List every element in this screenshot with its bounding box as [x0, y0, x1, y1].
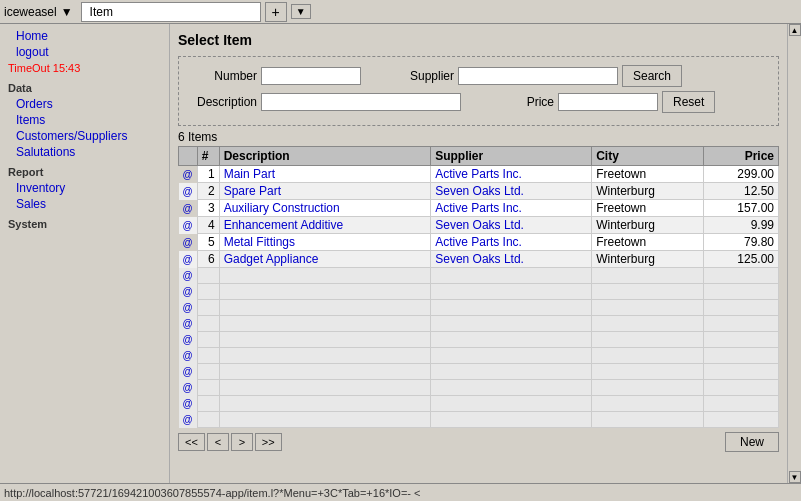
row-description[interactable]: Auxiliary Construction	[219, 200, 431, 217]
window-close-button[interactable]: ▼	[291, 4, 311, 19]
first-page-button[interactable]: <<	[178, 433, 205, 451]
row-description[interactable]: Spare Part	[219, 183, 431, 200]
row-supplier[interactable]: Active Parts Inc.	[431, 166, 592, 183]
col-city: City	[592, 147, 704, 166]
description-input[interactable]	[261, 93, 461, 111]
table-row: @ 5 Metal Fittings Active Parts Inc. Fre…	[179, 234, 779, 251]
titlebar: iceweasel ▼ Item + ▼	[0, 0, 801, 24]
table-row-empty: @	[179, 364, 779, 380]
empty-city	[592, 380, 704, 396]
row-price: 79.80	[703, 234, 778, 251]
prev-page-button[interactable]: <	[207, 433, 229, 451]
item-tab[interactable]: Item	[81, 2, 261, 22]
sidebar-item-items[interactable]: Items	[0, 112, 169, 128]
description-label: Description	[187, 95, 257, 109]
row-description[interactable]: Gadget Appliance	[219, 251, 431, 268]
items-table: # Description Supplier City Price @ 1 Ma…	[178, 146, 779, 428]
empty-supplier	[431, 396, 592, 412]
price-input[interactable]	[558, 93, 658, 111]
row-at[interactable]: @	[179, 166, 198, 183]
row-at[interactable]: @	[179, 183, 198, 200]
table-row: @ 4 Enhancement Additive Seven Oaks Ltd.…	[179, 217, 779, 234]
new-button[interactable]: New	[725, 432, 779, 452]
row-description[interactable]: Main Part	[219, 166, 431, 183]
empty-num	[197, 300, 219, 316]
sidebar-item-logout[interactable]: logout	[0, 44, 169, 60]
scroll-down-button[interactable]: ▼	[789, 471, 801, 483]
row-supplier[interactable]: Seven Oaks Ltd.	[431, 217, 592, 234]
empty-at: @	[179, 316, 198, 332]
col-num: #	[197, 147, 219, 166]
row-description[interactable]: Enhancement Additive	[219, 217, 431, 234]
empty-at: @	[179, 412, 198, 428]
sidebar-item-customers-suppliers[interactable]: Customers/Suppliers	[0, 128, 169, 144]
empty-city	[592, 348, 704, 364]
empty-price	[703, 348, 778, 364]
app-name-label: iceweasel	[4, 5, 57, 19]
row-city: Winterburg	[592, 251, 704, 268]
empty-desc	[219, 332, 431, 348]
number-label: Number	[187, 69, 257, 83]
row-num: 3	[197, 200, 219, 217]
empty-desc	[219, 412, 431, 428]
pagination: << < > >> New	[178, 432, 779, 452]
empty-num	[197, 348, 219, 364]
row-description[interactable]: Metal Fittings	[219, 234, 431, 251]
empty-num	[197, 364, 219, 380]
reset-button[interactable]: Reset	[662, 91, 715, 113]
row-at[interactable]: @	[179, 251, 198, 268]
supplier-input[interactable]	[458, 67, 618, 85]
sidebar-item-salutations[interactable]: Salutations	[0, 144, 169, 160]
table-row-empty: @	[179, 332, 779, 348]
row-num: 4	[197, 217, 219, 234]
scroll-up-button[interactable]: ▲	[789, 24, 801, 36]
row-supplier[interactable]: Active Parts Inc.	[431, 234, 592, 251]
empty-desc	[219, 284, 431, 300]
empty-price	[703, 380, 778, 396]
empty-supplier	[431, 412, 592, 428]
sidebar-item-inventory[interactable]: Inventory	[0, 180, 169, 196]
empty-supplier	[431, 284, 592, 300]
search-button[interactable]: Search	[622, 65, 682, 87]
next-page-button[interactable]: >	[231, 433, 253, 451]
row-city: Freetown	[592, 166, 704, 183]
empty-at: @	[179, 396, 198, 412]
table-row-empty: @	[179, 348, 779, 364]
app-dropdown-icon[interactable]: ▼	[61, 5, 73, 19]
sidebar-item-sales[interactable]: Sales	[0, 196, 169, 212]
table-row-empty: @	[179, 412, 779, 428]
sidebar-item-home[interactable]: Home	[0, 28, 169, 44]
empty-num	[197, 332, 219, 348]
row-supplier[interactable]: Seven Oaks Ltd.	[431, 251, 592, 268]
sidebar-section-report: Report	[0, 164, 169, 180]
empty-at: @	[179, 332, 198, 348]
sidebar-section-data: Data	[0, 80, 169, 96]
app-name: iceweasel ▼	[4, 5, 73, 19]
row-num: 2	[197, 183, 219, 200]
col-at	[179, 147, 198, 166]
price-label: Price	[499, 95, 554, 109]
empty-price	[703, 396, 778, 412]
empty-supplier	[431, 348, 592, 364]
number-input[interactable]	[261, 67, 361, 85]
col-price: Price	[703, 147, 778, 166]
empty-desc	[219, 364, 431, 380]
row-at[interactable]: @	[179, 217, 198, 234]
row-at[interactable]: @	[179, 234, 198, 251]
row-at[interactable]: @	[179, 200, 198, 217]
row-supplier[interactable]: Seven Oaks Ltd.	[431, 183, 592, 200]
scrollbar[interactable]: ▲ ▼	[787, 24, 801, 483]
last-page-button[interactable]: >>	[255, 433, 282, 451]
add-tab-button[interactable]: +	[265, 2, 287, 22]
row-num: 5	[197, 234, 219, 251]
empty-price	[703, 332, 778, 348]
empty-desc	[219, 380, 431, 396]
empty-at: @	[179, 380, 198, 396]
table-row-empty: @	[179, 396, 779, 412]
empty-desc	[219, 348, 431, 364]
sidebar-item-orders[interactable]: Orders	[0, 96, 169, 112]
row-supplier[interactable]: Active Parts Inc.	[431, 200, 592, 217]
empty-supplier	[431, 364, 592, 380]
content-area: Select Item Number Supplier Search Descr…	[170, 24, 787, 483]
sidebar: Home logout TimeOut 15:43 Data Orders It…	[0, 24, 170, 483]
